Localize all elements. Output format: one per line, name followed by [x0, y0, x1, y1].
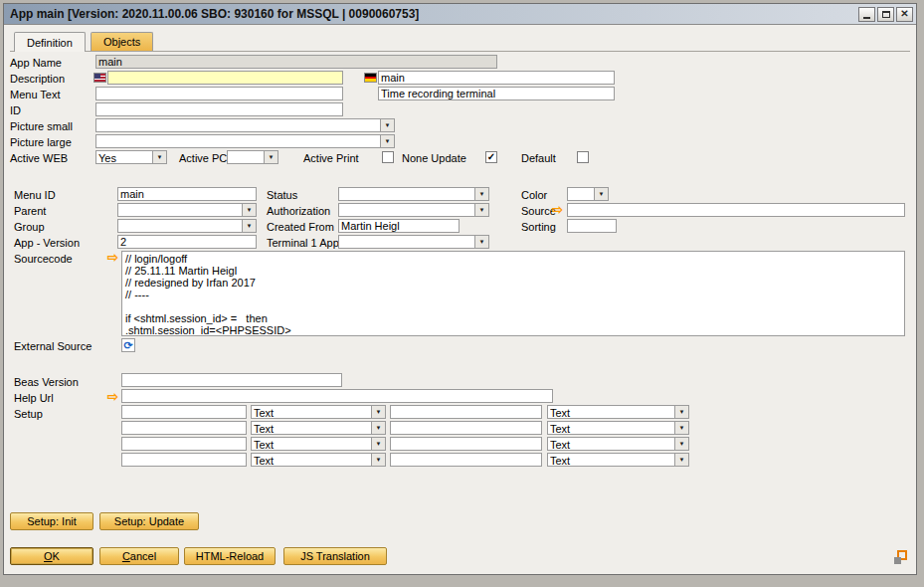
picture-small-select[interactable]: ▼ [95, 118, 395, 132]
source-field[interactable] [567, 203, 905, 217]
status-label: Status [267, 189, 297, 201]
chevron-down-icon: ▼ [474, 188, 488, 200]
setup-update-button[interactable]: Setup: Update [99, 512, 199, 530]
none-update-checkbox[interactable]: ✓ [485, 151, 497, 163]
setup-row4-key1-field[interactable] [121, 453, 247, 467]
menu-id-label: Menu ID [14, 189, 56, 201]
setup-row1-type2-select[interactable]: Text ▼ [547, 405, 689, 419]
app-version-field[interactable] [117, 235, 257, 249]
picture-large-label: Picture large [10, 136, 72, 148]
setup-row3-key1-field[interactable] [121, 437, 247, 451]
chevron-down-icon: ▼ [242, 204, 256, 216]
cancel-button[interactable]: Cancel [99, 547, 179, 565]
parent-select[interactable]: ▼ [117, 203, 257, 217]
active-print-checkbox[interactable] [382, 151, 394, 163]
setup-row2-type2-select[interactable]: Text ▼ [547, 421, 689, 435]
description-de-field[interactable] [378, 71, 615, 85]
setup-row4-type1-value: Text [254, 455, 371, 467]
app-name-label: App Name [10, 57, 62, 69]
sourcecode-link-arrow-icon[interactable]: ⇨ [107, 252, 118, 264]
minimize-button[interactable] [858, 7, 875, 22]
setup-row4-key2-field[interactable] [390, 453, 542, 467]
group-label: Group [14, 221, 45, 233]
maximize-button[interactable] [877, 7, 894, 22]
authorization-label: Authorization [267, 205, 330, 217]
active-pc-label: Active PC [179, 152, 227, 164]
description-en-field[interactable] [107, 71, 343, 85]
setup-init-button[interactable]: Setup: Init [10, 512, 93, 530]
setup-row2-type1-value: Text [254, 423, 371, 435]
created-from-label: Created From [267, 221, 334, 233]
description-label: Description [10, 73, 65, 85]
chevron-down-icon: ▼ [474, 204, 488, 216]
setup-row1-type1-select[interactable]: Text ▼ [251, 405, 386, 419]
chevron-down-icon: ▼ [474, 236, 488, 248]
source-link-arrow-icon[interactable]: ⇨ [552, 204, 563, 216]
cancel-accelerator: C [122, 550, 130, 562]
setup-row4-type2-value: Text [550, 455, 674, 467]
html-reload-button[interactable]: HTML-Reload [184, 547, 276, 565]
chevron-down-icon: ▼ [371, 422, 385, 434]
setup-row4-type1-select[interactable]: Text ▼ [251, 453, 386, 467]
source-label: Source [521, 205, 556, 217]
chevron-down-icon: ▼ [674, 406, 688, 418]
id-field[interactable] [95, 102, 343, 116]
beas-version-field[interactable] [121, 373, 342, 387]
setup-row3-type1-select[interactable]: Text ▼ [251, 437, 386, 451]
setup-label: Setup [14, 408, 43, 420]
terminal-1-app-select[interactable]: ▼ [338, 235, 489, 249]
help-url-link-arrow-icon[interactable]: ⇨ [107, 391, 118, 403]
menu-text-label: Menu Text [10, 89, 61, 100]
sourcecode-editor[interactable]: // login/logoff // 25.11.11 Martin Heigl… [121, 251, 905, 336]
chevron-down-icon: ▼ [371, 406, 385, 418]
picture-large-select[interactable]: ▼ [95, 134, 395, 148]
setup-row2-type2-value: Text [550, 423, 674, 435]
default-checkbox[interactable] [577, 151, 589, 163]
active-web-label: Active WEB [10, 152, 68, 164]
setup-row1-key2-field[interactable] [390, 405, 542, 419]
sorting-field[interactable] [567, 219, 617, 233]
authorization-select[interactable]: ▼ [338, 203, 489, 217]
setup-row3-key2-field[interactable] [390, 437, 542, 451]
close-button[interactable]: ✕ [896, 7, 913, 22]
color-label: Color [521, 189, 547, 201]
menu-text-de-field[interactable] [378, 87, 615, 100]
id-label: ID [10, 104, 21, 116]
chevron-down-icon: ▼ [594, 188, 608, 200]
tab-objects[interactable]: Objects [91, 32, 153, 51]
tab-strip-divider [10, 51, 910, 52]
menu-text-en-field[interactable] [95, 87, 343, 100]
setup-row3-type2-value: Text [550, 439, 674, 451]
chevron-down-icon: ▼ [152, 151, 166, 163]
menu-id-field[interactable] [117, 187, 257, 201]
chevron-down-icon: ▼ [380, 119, 394, 131]
setup-row4-type2-select[interactable]: Text ▼ [547, 453, 689, 467]
setup-row2-type1-select[interactable]: Text ▼ [251, 421, 386, 435]
help-url-field[interactable] [121, 389, 553, 403]
minimize-icon [863, 17, 870, 19]
color-select[interactable]: ▼ [567, 187, 609, 201]
active-web-select[interactable]: Yes ▼ [95, 150, 167, 164]
beas-version-label: Beas Version [14, 376, 79, 388]
form-settings-icon[interactable] [893, 550, 908, 569]
external-source-refresh-icon[interactable]: ⟳ [121, 338, 135, 352]
chevron-down-icon: ▼ [371, 438, 385, 450]
setup-row2-key2-field[interactable] [390, 421, 542, 435]
js-translation-button[interactable]: JS Translation [283, 547, 387, 565]
setup-row2-key1-field[interactable] [121, 421, 247, 435]
group-select[interactable]: ▼ [117, 219, 257, 233]
form-settings-icon-svg [893, 550, 908, 565]
tab-definition[interactable]: Definition [14, 32, 86, 52]
setup-row1-key1-field[interactable] [121, 405, 247, 419]
ok-button[interactable]: OK [10, 547, 93, 565]
chevron-down-icon: ▼ [380, 135, 394, 147]
chevron-down-icon: ▼ [242, 220, 256, 232]
active-pc-select[interactable]: ▼ [227, 150, 278, 164]
created-from-field[interactable] [338, 219, 460, 233]
active-web-value: Yes [98, 152, 152, 164]
window-title: App main [Version: 2020.11.00.06 SBO: 93… [10, 7, 858, 21]
none-update-label: None Update [402, 152, 466, 164]
chevron-down-icon: ▼ [674, 422, 688, 434]
status-select[interactable]: ▼ [338, 187, 489, 201]
setup-row3-type2-select[interactable]: Text ▼ [547, 437, 689, 451]
